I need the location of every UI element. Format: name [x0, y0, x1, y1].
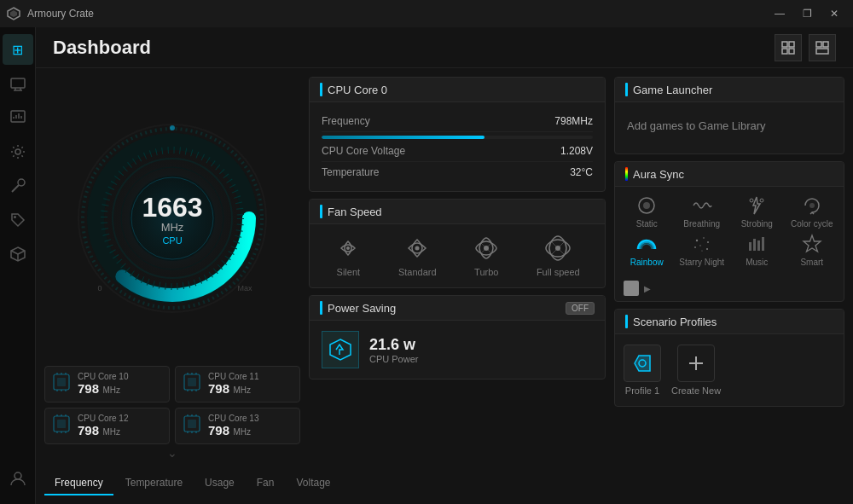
close-button[interactable]: ✕: [822, 5, 846, 22]
core-name-13: CPU Core 13: [208, 414, 258, 423]
svg-point-13: [18, 179, 25, 186]
freq-value: 798MHz: [554, 115, 593, 127]
grid-view-button[interactable]: [775, 34, 802, 61]
fan-option-full[interactable]: Full speed: [537, 235, 580, 277]
svg-rect-24: [823, 42, 828, 47]
sidebar-item-tag[interactable]: [3, 205, 33, 235]
tab-fan[interactable]: Fan: [247, 472, 285, 495]
scenario-profiles-header: Scenario Profiles: [615, 310, 844, 334]
starry-night-icon: [692, 234, 712, 254]
aura-smart[interactable]: Smart: [787, 234, 838, 267]
breathing-icon: [692, 195, 712, 216]
main-layout: ⊞: [0, 27, 853, 504]
aura-strobing[interactable]: Strobing: [732, 195, 782, 229]
sidebar-item-device[interactable]: [3, 68, 33, 99]
core-freq-10: 798 MHz: [78, 381, 128, 397]
svg-marker-92: [804, 235, 821, 252]
freq-bar: [322, 136, 593, 139]
scenario-profiles-title: Scenario Profiles: [633, 316, 717, 328]
aura-starry-night[interactable]: Starry Night: [677, 234, 728, 267]
tab-temperature[interactable]: Temperature: [115, 472, 193, 495]
svg-point-87: [701, 250, 702, 251]
aura-music[interactable]: Music: [732, 234, 782, 267]
svg-rect-25: [816, 49, 828, 54]
game-launcher-header: Game Launcher: [615, 78, 844, 102]
create-new-label: Create New: [671, 385, 721, 396]
svg-point-74: [555, 246, 560, 251]
fan-speed-header: Fan Speed: [310, 200, 605, 224]
fan-option-standard[interactable]: Standard: [398, 235, 437, 277]
power-saving-title: Power Saving: [328, 302, 396, 315]
svg-rect-88: [749, 242, 751, 251]
app-icon: [7, 7, 20, 20]
tab-usage[interactable]: Usage: [194, 472, 245, 495]
aura-header-accent: [625, 167, 628, 181]
list-view-button[interactable]: [809, 34, 836, 61]
svg-rect-6: [11, 111, 25, 122]
svg-rect-54: [188, 378, 196, 386]
core-info-11: CPU Core 11 798 MHz: [208, 372, 258, 397]
aura-static[interactable]: Static: [622, 195, 672, 229]
fan-option-silent[interactable]: Silent: [334, 235, 362, 277]
left-panel: 0 Max 1663 MHz CPU: [44, 77, 300, 495]
scenario-body: Profile 1 Create New: [615, 334, 844, 406]
scroll-indicator: ⌄: [44, 446, 300, 460]
game-launcher-text: Add games to Game Library: [627, 119, 766, 132]
maximize-button[interactable]: ❐: [795, 5, 819, 22]
fan-full-icon: [544, 235, 572, 262]
gauge-label: CPU: [142, 235, 202, 245]
aura-sync-header: Aura Sync: [615, 162, 844, 187]
power-saving-toggle[interactable]: OFF: [566, 302, 595, 315]
right-panel: Game Launcher Add games to Game Library …: [614, 77, 844, 495]
profile-1-icon: [624, 345, 661, 382]
aura-color-cycle[interactable]: Color cycle: [787, 195, 838, 229]
sidebar-item-user[interactable]: [3, 463, 33, 494]
svg-point-11: [15, 149, 20, 154]
voltage-value: 1.208V: [560, 145, 593, 157]
svg-point-85: [694, 246, 696, 248]
gauge-container: 0 Max 1663 MHz CPU: [70, 116, 275, 321]
svg-line-17: [18, 251, 25, 254]
scenario-profiles-card: Scenario Profiles Profile 1: [614, 309, 844, 407]
sidebar-item-settings[interactable]: [3, 136, 33, 167]
tab-frequency[interactable]: Frequency: [44, 472, 113, 495]
asus-power-icon: [322, 331, 359, 368]
temp-label: Temperature: [322, 166, 379, 178]
aura-breathing[interactable]: Breathing: [677, 195, 728, 229]
svg-rect-19: [782, 42, 787, 47]
minimize-button[interactable]: —: [768, 5, 792, 22]
color-swatch-1[interactable]: [624, 281, 639, 296]
sidebar-item-box[interactable]: [3, 239, 33, 269]
aura-controls: ▶: [615, 275, 844, 301]
svg-point-36: [170, 125, 175, 130]
sidebar-item-home[interactable]: ⊞: [3, 34, 33, 65]
svg-point-80: [809, 203, 815, 208]
power-saving-title-group: Power Saving: [320, 301, 396, 315]
gauge-area: 0 Max 1663 MHz CPU: [44, 77, 300, 359]
temp-value: 32°C: [570, 166, 593, 178]
fan-option-turbo[interactable]: Turbo: [473, 235, 500, 277]
svg-point-82: [703, 237, 705, 239]
profile-1[interactable]: Profile 1: [624, 345, 661, 396]
core-info-10: CPU Core 10 798 MHz: [78, 372, 128, 397]
color-cycle-icon: [802, 195, 822, 216]
create-new-icon: [677, 345, 715, 382]
svg-text:Max: Max: [237, 284, 252, 293]
cpu-row-voltage: CPU Core Voltage 1.208V: [322, 141, 593, 162]
sidebar-item-wrench[interactable]: [3, 171, 33, 201]
svg-rect-21: [782, 49, 787, 54]
smart-icon: [802, 234, 822, 254]
sidebar: ⊞: [0, 27, 36, 504]
create-new-profile[interactable]: Create New: [671, 345, 721, 396]
power-saving-header: Power Saving OFF: [310, 296, 605, 321]
aura-rainbow[interactable]: Rainbow: [622, 234, 672, 267]
freq-bar-fill: [322, 136, 485, 139]
core-grid: CPU Core 10 798 MHz: [44, 366, 300, 444]
core-freq-11: 798 MHz: [208, 381, 258, 397]
cpu-row-temp: Temperature 32°C: [322, 162, 593, 182]
scenario-header-accent: [625, 315, 628, 328]
svg-marker-1: [10, 10, 17, 17]
sidebar-item-monitor[interactable]: [3, 102, 33, 133]
svg-point-18: [15, 472, 21, 479]
svg-text:0: 0: [97, 284, 102, 293]
